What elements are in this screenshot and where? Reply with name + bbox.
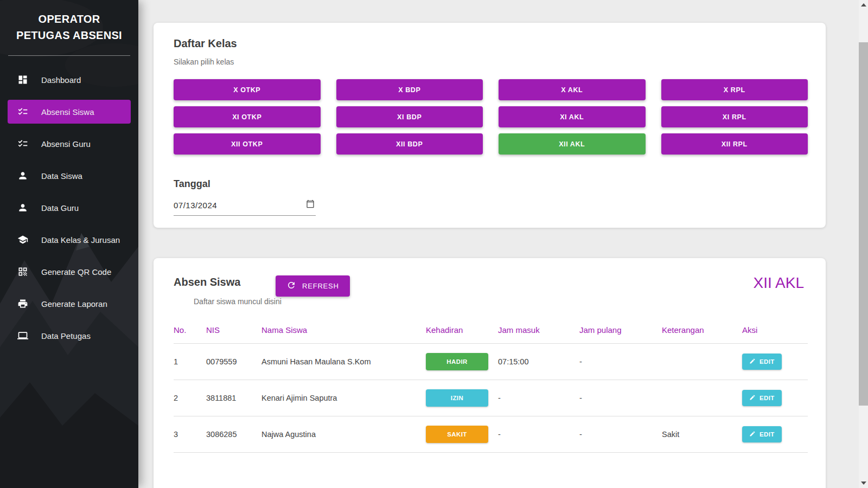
- cell-jam-masuk: -: [498, 380, 579, 416]
- laptop-icon: [17, 330, 28, 341]
- edit-button[interactable]: EDIT: [742, 354, 782, 370]
- table-header-row: No.NISNama SiswaKehadiranJam masukJam pu…: [174, 319, 808, 344]
- edit-button[interactable]: EDIT: [742, 390, 782, 406]
- scrollbar-down-arrow-icon[interactable]: [861, 481, 866, 485]
- column-header-2: Nama Siswa: [261, 319, 426, 344]
- status-badge: HADIR: [426, 353, 488, 370]
- daftar-kelas-card: Daftar Kelas Silakan pilih kelas X OTKPX…: [154, 23, 826, 228]
- cell-jam-pulang: -: [579, 416, 662, 453]
- sidebar-item-label: Absensi Guru: [41, 139, 91, 149]
- column-header-6: Keterangan: [662, 319, 742, 344]
- sidebar-item-data-siswa[interactable]: Data Siswa: [8, 164, 131, 188]
- class-button-xi-bdp[interactable]: XI BDP: [336, 106, 483, 127]
- sidebar-item-label: Data Siswa: [41, 171, 82, 181]
- column-header-3: Kehadiran: [426, 319, 498, 344]
- printer-icon: [17, 298, 28, 309]
- sidebar-item-label: Generate QR Code: [41, 267, 111, 277]
- class-button-xi-otkp[interactable]: XI OTKP: [174, 106, 321, 127]
- sidebar-item-label: Data Petugas: [41, 331, 91, 341]
- table-row: 2 3811881 Kenari Ajimin Saputra IZIN - -…: [174, 380, 808, 416]
- sidebar-item-absensi-siswa[interactable]: Absensi Siswa: [8, 100, 131, 124]
- absen-siswa-subtitle: Daftar siswa muncul disini: [194, 297, 804, 306]
- class-button-grid: X OTKPX BDPX AKLX RPLXI OTKPXI BDPXI AKL…: [174, 79, 808, 155]
- app-title-line2: PETUGAS ABSENSI: [10, 27, 129, 43]
- checklist-icon: [17, 138, 28, 149]
- class-button-xii-akl[interactable]: XII AKL: [499, 133, 646, 155]
- sidebar-item-data-petugas[interactable]: Data Petugas: [8, 324, 131, 348]
- column-header-7: Aksi: [742, 319, 808, 344]
- pencil-icon: [749, 358, 756, 365]
- checklist-icon: [17, 106, 28, 117]
- app-title-line1: OPERATOR: [10, 11, 129, 27]
- sidebar-item-label: Dashboard: [41, 75, 81, 85]
- class-button-xi-akl[interactable]: XI AKL: [499, 106, 646, 127]
- absen-siswa-title: Absen Siswa: [174, 276, 804, 288]
- cell-no: 1: [174, 344, 206, 380]
- column-header-1: NIS: [206, 319, 261, 344]
- cell-jam-masuk: 07:15:00: [498, 344, 579, 380]
- absen-table: No.NISNama SiswaKehadiranJam masukJam pu…: [174, 319, 808, 453]
- class-button-x-bdp[interactable]: X BDP: [336, 79, 483, 100]
- sidebar-item-label: Absensi Siswa: [41, 107, 94, 117]
- calendar-icon[interactable]: [306, 200, 315, 210]
- cell-jam-masuk: -: [498, 416, 579, 453]
- tanggal-value[interactable]: 07/13/2024: [174, 201, 217, 210]
- sidebar: OPERATOR PETUGAS ABSENSI Dashboard Absen…: [0, 0, 138, 488]
- sidebar-item-absensi-guru[interactable]: Absensi Guru: [8, 132, 131, 156]
- status-badge: SAKIT: [426, 426, 488, 443]
- tanggal-input[interactable]: 07/13/2024: [174, 198, 316, 216]
- pencil-icon: [749, 394, 756, 402]
- class-button-x-akl[interactable]: X AKL: [499, 79, 646, 100]
- sidebar-item-label: Data Kelas & Jurusan: [41, 235, 120, 245]
- sidebar-item-generate-qr-code[interactable]: Generate QR Code: [8, 260, 131, 284]
- cell-jam-pulang: -: [579, 380, 662, 416]
- sidebar-item-data-guru[interactable]: Data Guru: [8, 196, 131, 220]
- refresh-button[interactable]: REFRESH: [276, 275, 350, 297]
- edit-button-label: EDIT: [760, 395, 775, 401]
- daftar-kelas-title: Daftar Kelas: [174, 37, 806, 50]
- sidebar-item-dashboard[interactable]: Dashboard: [8, 68, 131, 92]
- cell-nama: Kenari Ajimin Saputra: [261, 380, 426, 416]
- status-badge: IZIN: [426, 389, 488, 407]
- qr-code-icon: [17, 266, 28, 277]
- table-row: 1 0079559 Asmuni Hasan Maulana S.Kom HAD…: [174, 344, 808, 380]
- edit-button[interactable]: EDIT: [742, 426, 782, 442]
- absen-table-body: 1 0079559 Asmuni Hasan Maulana S.Kom HAD…: [174, 344, 808, 453]
- cell-keterangan: [662, 380, 742, 416]
- scrollbar-up-arrow-icon[interactable]: [861, 3, 866, 7]
- person-icon: [17, 202, 28, 213]
- sidebar-item-generate-laporan[interactable]: Generate Laporan: [8, 292, 131, 316]
- class-button-xii-rpl[interactable]: XII RPL: [661, 133, 808, 155]
- class-button-x-otkp[interactable]: X OTKP: [174, 79, 321, 100]
- class-button-xi-rpl[interactable]: XI RPL: [661, 106, 808, 127]
- table-row: 3 3086285 Najwa Agustina SAKIT - - Sakit…: [174, 416, 808, 453]
- tanggal-label: Tanggal: [174, 178, 806, 190]
- cell-keterangan: [662, 344, 742, 380]
- pencil-icon: [749, 431, 756, 438]
- sidebar-item-data-kelas-jurusan[interactable]: Data Kelas & Jurusan: [8, 228, 131, 252]
- refresh-icon: [286, 280, 296, 292]
- class-button-x-rpl[interactable]: X RPL: [661, 79, 808, 100]
- edit-button-label: EDIT: [760, 431, 775, 438]
- browser-scrollbar[interactable]: [859, 0, 868, 488]
- absen-siswa-card: Absen Siswa REFRESH XII AKL Daftar siswa…: [154, 258, 826, 488]
- class-button-xii-otkp[interactable]: XII OTKP: [174, 133, 321, 155]
- person-icon: [17, 170, 28, 181]
- cell-keterangan: Sakit: [662, 416, 742, 453]
- column-header-0: No.: [174, 319, 206, 344]
- cell-nis: 3811881: [206, 380, 261, 416]
- cell-nama: Asmuni Hasan Maulana S.Kom: [261, 344, 426, 380]
- cell-nis: 0079559: [206, 344, 261, 380]
- class-button-xii-bdp[interactable]: XII BDP: [336, 133, 483, 155]
- cell-jam-pulang: -: [579, 344, 662, 380]
- scrollbar-thumb[interactable]: [859, 42, 868, 406]
- graduation-cap-icon: [17, 234, 28, 245]
- column-header-4: Jam masuk: [498, 319, 579, 344]
- cell-no: 2: [174, 380, 206, 416]
- sidebar-item-label: Data Guru: [41, 203, 79, 213]
- daftar-kelas-subtitle: Silakan pilih kelas: [174, 57, 806, 66]
- column-header-5: Jam pulang: [579, 319, 662, 344]
- sidebar-nav: Dashboard Absensi Siswa Absensi Guru Dat…: [0, 68, 138, 348]
- edit-button-label: EDIT: [760, 358, 775, 365]
- app-title: OPERATOR PETUGAS ABSENSI: [0, 0, 138, 52]
